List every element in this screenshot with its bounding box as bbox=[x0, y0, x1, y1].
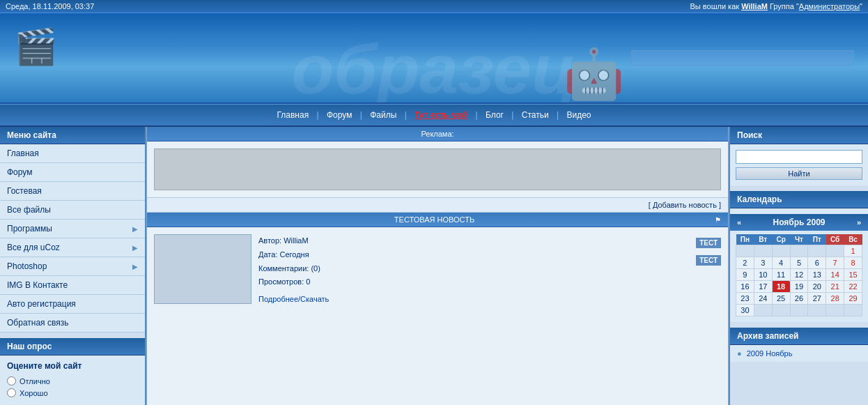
sidebar-item-gostevaya[interactable]: Гостевая bbox=[0, 182, 145, 201]
sidebar-menu-title: Меню сайта bbox=[0, 127, 145, 144]
add-news-link[interactable]: [ Добавить новость ] bbox=[649, 201, 721, 209]
cal-cell[interactable]: 13 bbox=[808, 269, 826, 281]
sidebar-item-glavnaya[interactable]: Главная bbox=[0, 144, 145, 163]
cal-cell[interactable]: 21 bbox=[826, 281, 844, 293]
main-layout: Меню сайта Главная Форум Гостевая Все фа… bbox=[0, 127, 868, 405]
top-bar: Среда, 18.11.2009, 03:37 Вы вошли как Wi… bbox=[0, 0, 868, 13]
sidebar-item-vse-faily[interactable]: Все файлы bbox=[0, 201, 145, 220]
cal-cell[interactable]: 11 bbox=[772, 269, 790, 281]
cal-cell[interactable]: 25 bbox=[772, 293, 790, 305]
advert-bar: Реклама: bbox=[147, 127, 728, 142]
news-views: Просмотров: 0 bbox=[258, 275, 679, 289]
poll-radio-horosho[interactable] bbox=[7, 388, 16, 397]
poll-title: Наш опрос bbox=[0, 338, 145, 356]
poll-radio-otlichno[interactable] bbox=[7, 376, 16, 385]
poll-question: Оцените мой сайт bbox=[7, 361, 138, 371]
cal-cell[interactable]: 30 bbox=[736, 305, 754, 316]
search-box: Найти bbox=[730, 144, 868, 185]
news-header-bar: ТЕСТОВАЯ НОВОСТЬ ⚑ bbox=[147, 213, 728, 227]
calendar-grid: Пн Вт Ср Чт Пт Сб Вс 1234567891011121314… bbox=[736, 234, 862, 316]
cal-cell bbox=[826, 245, 844, 257]
cal-cell[interactable]: 3 bbox=[754, 257, 772, 269]
cal-cell[interactable]: 20 bbox=[808, 281, 826, 293]
news-author: Автор: WilliaM bbox=[258, 234, 679, 248]
add-news-bar: [ Добавить новость ] bbox=[147, 197, 728, 213]
group-link[interactable]: Администраторы bbox=[799, 2, 860, 10]
cal-cell[interactable]: 9 bbox=[736, 269, 754, 281]
cal-cell[interactable]: 17 bbox=[754, 281, 772, 293]
poll-option-horosho[interactable]: Хорошо bbox=[7, 388, 138, 397]
calendar-section-title: Календарь bbox=[730, 191, 868, 208]
cal-cell[interactable]: 22 bbox=[844, 281, 862, 293]
search-title: Поиск bbox=[730, 127, 868, 144]
cal-cell[interactable]: 28 bbox=[826, 293, 844, 305]
bullet-icon: ● bbox=[737, 349, 742, 358]
cal-cell[interactable]: 2 bbox=[736, 257, 754, 269]
arrow-icon: ▶ bbox=[132, 225, 138, 233]
sidebar-item-obr-svyaz[interactable]: Обратная связь bbox=[0, 314, 145, 333]
cal-cell[interactable]: 1 bbox=[844, 245, 862, 257]
user-info: Вы вошли как WilliaM Группа "Администрат… bbox=[690, 2, 863, 10]
cal-prev[interactable]: « bbox=[737, 218, 741, 227]
cal-cell[interactable]: 7 bbox=[826, 257, 844, 269]
cal-cell[interactable]: 24 bbox=[754, 293, 772, 305]
header-search-input[interactable] bbox=[631, 50, 854, 66]
search-input[interactable] bbox=[736, 150, 862, 164]
sidebar-item-forum[interactable]: Форум bbox=[0, 163, 145, 182]
archives-title: Архив записей bbox=[730, 328, 868, 345]
news-icon: ⚑ bbox=[715, 216, 721, 224]
cal-cell[interactable]: 10 bbox=[754, 269, 772, 281]
search-button[interactable]: Найти bbox=[736, 167, 862, 180]
nav-faily[interactable]: Файлы bbox=[364, 110, 402, 120]
nav-stati[interactable]: Статьи bbox=[516, 110, 555, 120]
username-link[interactable]: WilliaM bbox=[741, 2, 768, 10]
cal-header: « Ноябрь 2009 » bbox=[730, 214, 868, 231]
cal-cell[interactable]: 29 bbox=[844, 293, 862, 305]
cal-cell[interactable]: 19 bbox=[790, 281, 808, 293]
sidebar-item-photoshop[interactable]: Photoshop▶ bbox=[0, 257, 145, 276]
cal-cell[interactable]: 4 bbox=[772, 257, 790, 269]
cal-cell[interactable]: 18 bbox=[772, 281, 790, 293]
cal-day-vs: Вс bbox=[844, 234, 862, 245]
cal-cell[interactable]: 5 bbox=[790, 257, 808, 269]
nav-active[interactable]: Тут есть мой bbox=[409, 110, 473, 120]
calendar: « Ноябрь 2009 » Пн Вт Ср Чт Пт Сб Вс bbox=[730, 208, 868, 322]
sidebar-item-programmy[interactable]: Программы▶ bbox=[0, 220, 145, 238]
cal-cell[interactable]: 15 bbox=[844, 269, 862, 281]
cal-cell[interactable]: 26 bbox=[790, 293, 808, 305]
header-search bbox=[631, 50, 854, 66]
cal-cell[interactable]: 27 bbox=[808, 293, 826, 305]
cal-cell[interactable]: 23 bbox=[736, 293, 754, 305]
cal-cell[interactable]: 14 bbox=[826, 269, 844, 281]
cal-cell[interactable]: 8 bbox=[844, 257, 862, 269]
cal-cell bbox=[754, 245, 772, 257]
sidebar-item-avto-registr[interactable]: Авто регистрация bbox=[0, 295, 145, 314]
sidebar-item-img-vkontakte[interactable]: IMG В Контакте bbox=[0, 276, 145, 295]
cal-cell bbox=[808, 305, 826, 316]
cal-cell bbox=[754, 305, 772, 316]
nav-glavnaya[interactable]: Главная bbox=[271, 110, 314, 120]
nav-video[interactable]: Видео bbox=[561, 110, 596, 120]
cal-day-pt: Пт bbox=[808, 234, 826, 245]
nav-forum[interactable]: Форум bbox=[321, 110, 357, 120]
cal-cell bbox=[790, 245, 808, 257]
news-meta: Автор: WilliaM Дата: Сегодня Комментарии… bbox=[258, 234, 679, 307]
cal-cell bbox=[772, 245, 790, 257]
poll-option-otlichno[interactable]: Отлично bbox=[7, 376, 138, 385]
news-title: ТЕСТОВАЯ НОВОСТЬ bbox=[154, 215, 715, 224]
sidebar-left: Меню сайта Главная Форум Гостевая Все фа… bbox=[0, 127, 146, 405]
cal-next[interactable]: » bbox=[857, 218, 861, 227]
archives-content: ● 2009 Ноябрь bbox=[730, 345, 868, 362]
news-label-1: ТЕСТ bbox=[696, 238, 721, 248]
archive-link-nov2009[interactable]: 2009 Ноябрь bbox=[747, 349, 793, 358]
cal-cell[interactable]: 12 bbox=[790, 269, 808, 281]
cal-cell[interactable]: 16 bbox=[736, 281, 754, 293]
news-more-link[interactable]: Подробнее/Скачать bbox=[258, 295, 329, 303]
cal-cell bbox=[772, 305, 790, 316]
poll-section: Оцените мой сайт Отлично Хорошо bbox=[0, 356, 145, 405]
cal-cell bbox=[808, 245, 826, 257]
news-thumbnail bbox=[154, 234, 251, 304]
nav-blog[interactable]: Блог bbox=[480, 110, 509, 120]
cal-cell[interactable]: 6 bbox=[808, 257, 826, 269]
sidebar-item-vse-dlya-ucoz[interactable]: Все для uCoz▶ bbox=[0, 238, 145, 257]
